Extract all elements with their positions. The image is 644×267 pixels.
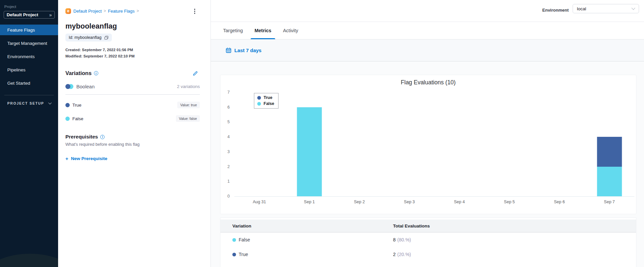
tab-metrics[interactable]: Metrics [255,22,272,39]
bar-segment-false[interactable] [297,107,322,196]
flag-id-text: Id: mybooleanflag [69,35,102,40]
breadcrumb-separator-icon: > [136,9,139,13]
legend-item-false: False [257,101,274,106]
row-total-evaluations: 8(80.%) [393,237,411,242]
y-axis-tick-label: 1 [221,179,230,184]
x-axis-tick-label: Sep 5 [484,200,534,204]
column-header-total-evaluations: Total Evaluations [393,223,430,228]
x-axis-tick-label: Sep 2 [334,200,384,204]
table-row: True 2(20.%) [220,247,636,262]
y-axis-tick-label: 2 [221,164,230,169]
flag-id-badge: Id: mybooleanflag [65,34,112,42]
variation-row-true: True Value: true [65,102,200,108]
y-axis-tick-label: 5 [221,120,230,124]
x-axis-tick-label: Sep 4 [435,200,485,204]
environment-header: Environment local [211,0,644,22]
prerequisites-heading: Prerequisites [65,134,98,140]
date-range-bar: Last 7 days [211,39,644,61]
row-variation-name: False [239,237,250,242]
variation-count: 2 variations [177,84,200,89]
main-content: Environment local Targeting Metrics Acti… [211,0,644,267]
table-row: False 8(80.%) [220,232,636,247]
variation-type-row: Boolean 2 variations [65,84,200,95]
sidebar-divider [4,95,54,95]
chevron-down-icon [48,101,51,104]
row-total-evaluations: 2(20.%) [393,252,411,257]
copy-icon[interactable] [104,36,109,40]
y-axis-tick-label: 4 [221,134,230,139]
chart-plot: TrueFalse 01234567Aug 31Sep 1Sep 2Sep 3S… [234,93,634,197]
project-selector-value: Default Project [7,12,38,17]
boolean-type-icon [65,84,73,89]
evaluations-table: Variation Total Evaluations False 8(80.%… [220,218,636,267]
info-icon[interactable]: i [94,71,98,75]
project-selector[interactable]: Default Project » [4,11,55,19]
feature-flags-logo-icon: e [65,8,71,14]
y-axis-tick-label: 0 [221,194,230,199]
flag-detail-panel: e Default Project > Feature Flags > mybo… [58,0,211,267]
sidebar-item-get-started[interactable]: Get Started [0,78,58,88]
true-variation-dot [65,103,70,107]
tab-targeting[interactable]: Targeting [223,22,243,39]
legend-item-true: True [257,95,274,100]
prerequisites-description: What's required before enabling this fla… [65,142,200,147]
environment-select[interactable]: local [573,4,639,13]
false-variation-dot [65,117,70,121]
sidebar-item-environments[interactable]: Environments [0,51,58,62]
x-axis-tick-label: Sep 1 [284,200,335,204]
sidebar-decoration [0,254,58,267]
project-setup-label: PROJECT SETUP [7,101,44,105]
info-icon[interactable]: i [100,135,105,139]
row-variation-name: True [239,252,248,257]
breadcrumb-separator-icon: > [104,9,106,13]
breadcrumb-default-project[interactable]: Default Project [73,9,102,14]
x-axis-tick-label: Sep 6 [534,200,585,204]
bar-segment-true[interactable] [597,137,622,166]
chart-title: Flag Evaluations (10) [220,79,636,86]
legend-dot [257,96,261,100]
x-axis-tick-label: Sep 7 [584,200,634,204]
sidebar-item-pipelines[interactable]: Pipelines [0,64,58,75]
stacked-bar-sep-7[interactable] [597,137,622,196]
tab-activity[interactable]: Activity [283,22,298,39]
sidebar-item-target-management[interactable]: Target Management [0,38,58,48]
x-axis-tick-label: Aug 31 [234,200,284,204]
variation-name: True [72,103,81,108]
flag-modified-date: Modified: September 7, 2022 02:10 PM [65,53,200,59]
project-label: Project [4,5,58,9]
edit-variations-button[interactable] [193,71,198,76]
breadcrumb: e Default Project > Feature Flags > [65,8,200,14]
false-variation-dot [232,238,236,242]
sidebar: Project Default Project » Feature Flags … [0,0,58,267]
variation-value-badge: Value: true [177,102,200,108]
flag-created-date: Created: September 7, 2022 01:56 PM [65,47,200,53]
stacked-bar-sep-1[interactable] [297,107,322,196]
double-chevron-right-icon: » [49,13,52,17]
variation-type-label: Boolean [76,84,95,89]
plus-icon: + [65,156,68,161]
legend-dot [257,102,261,106]
table-header-row: Variation Total Evaluations [220,220,636,232]
y-axis-tick-label: 7 [221,90,230,95]
breadcrumb-feature-flags[interactable]: Feature Flags [108,9,134,14]
sidebar-nav: Feature Flags Target Management Environm… [0,25,58,88]
bar-segment-false[interactable] [597,167,622,196]
project-setup-toggle[interactable]: PROJECT SETUP [0,101,58,105]
chart-legend: TrueFalse [254,93,279,109]
sidebar-item-feature-flags[interactable]: Feature Flags [0,25,58,35]
environment-label: Environment [542,8,569,13]
y-axis-tick-label: 3 [221,149,230,154]
variation-value-badge: Value: false [176,115,200,122]
evaluations-chart-card: Flag Evaluations (10) TrueFalse 01234567… [220,75,636,214]
variation-name: False [72,116,83,121]
column-header-variation: Variation [220,223,251,228]
date-range-button[interactable]: Last 7 days [234,47,262,53]
variations-heading: Variations [65,70,92,76]
chevron-down-icon [631,6,635,10]
calendar-icon [226,47,231,53]
metrics-content: Flag Evaluations (10) TrueFalse 01234567… [211,61,644,267]
new-prerequisite-button[interactable]: + New Prerequisite [65,156,200,161]
y-axis-tick-label: 6 [221,105,230,110]
true-variation-dot [232,253,236,256]
flag-options-menu-button[interactable] [192,8,198,15]
